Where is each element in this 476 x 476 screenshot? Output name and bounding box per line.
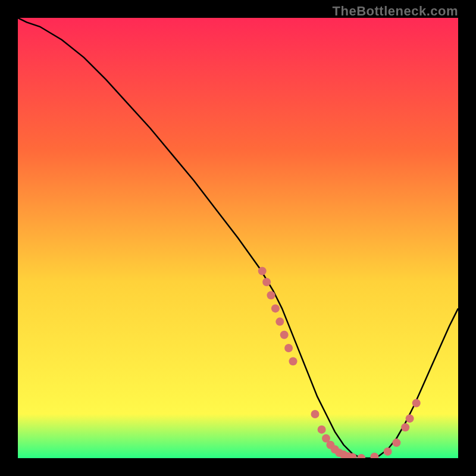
data-point	[401, 423, 409, 431]
data-point	[318, 425, 326, 434]
chart-svg	[18, 18, 458, 458]
data-point	[267, 291, 275, 299]
data-point	[275, 318, 284, 326]
watermark-text: TheBottleneck.com	[333, 4, 458, 19]
chart-frame: TheBottleneck.com	[0, 0, 476, 476]
data-point	[311, 410, 320, 418]
data-point	[392, 439, 400, 447]
data-point	[284, 344, 293, 352]
data-point	[412, 399, 421, 408]
data-point	[258, 267, 267, 275]
data-point	[289, 357, 298, 365]
data-point	[262, 278, 271, 286]
data-point	[280, 331, 289, 339]
data-point	[271, 304, 280, 312]
data-point	[384, 447, 392, 456]
plot-area	[18, 18, 458, 458]
data-point	[406, 414, 414, 422]
